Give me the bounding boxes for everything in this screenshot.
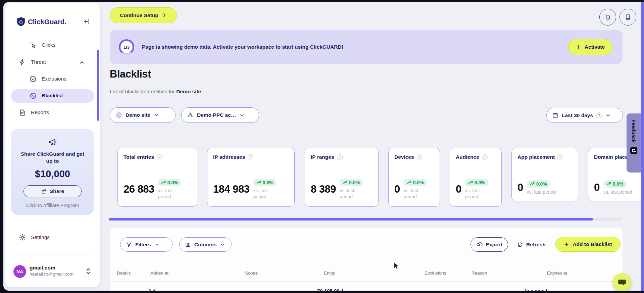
filters-label: Filters <box>135 242 151 248</box>
ppc-account-selector[interactable]: Demo PPC ac… <box>181 107 259 123</box>
columns-icon <box>185 242 191 248</box>
sidebar-item-blacklist[interactable]: Blacklist <box>5 89 100 103</box>
collapse-sidebar-icon[interactable] <box>84 18 90 25</box>
delta-badge: 0.0% <box>158 179 181 186</box>
help-icon[interactable] <box>557 154 563 160</box>
cards-scrollbar-track[interactable] <box>109 218 623 221</box>
column-header-details[interactable]: Details <box>117 271 131 276</box>
cell-added-at: 3 d <box>148 288 155 291</box>
delta-badge: 0.0% <box>527 180 550 188</box>
demo-data-banner: 1/3 Page is showing demo data. Activate … <box>110 30 623 64</box>
delta-badge: 0.0% <box>603 180 627 188</box>
compare-label: vs. last period <box>465 188 486 200</box>
clickguard-shield-icon: G <box>17 17 25 27</box>
refresh-label: Refresh <box>526 242 546 248</box>
compare-label: vs. last period <box>603 189 632 195</box>
notifications-button[interactable] <box>599 9 616 26</box>
column-header-expires-at[interactable]: Expires at <box>547 271 567 276</box>
banner-message: Page is showing demo data. Activate your… <box>142 30 343 64</box>
page-subtitle-entity: Demo site <box>176 89 201 94</box>
stat-value: 0 <box>456 183 461 195</box>
stat-card-audience: Audience 0 0.0% vs. last period <box>450 148 502 207</box>
sidebar-item-settings[interactable]: Settings <box>19 234 50 241</box>
sidebar-item-label: Reports <box>31 109 49 115</box>
delta-value: 0.0% <box>349 180 360 185</box>
feedback-label: Feedback <box>631 119 637 143</box>
delta-badge: 0.0% <box>465 179 488 186</box>
app-window: G ClickGuard. Clicks Threat <box>3 2 644 291</box>
compare-label: vs. last period <box>404 188 425 200</box>
sidebar-item-threat[interactable]: Threat <box>5 56 100 69</box>
promo-amount: $10,000 <box>11 168 94 180</box>
page-scrollbar[interactable] <box>641 2 644 291</box>
megaphone-icon <box>11 138 94 146</box>
globe-icon <box>115 112 122 118</box>
continue-setup-label: Continue Setup <box>120 12 158 18</box>
help-icon[interactable] <box>157 154 162 160</box>
filters-button[interactable]: Filters <box>120 237 172 252</box>
cards-scrollbar-thumb[interactable] <box>109 218 593 221</box>
chevron-down-icon <box>220 242 225 247</box>
column-header-reason[interactable]: Reason <box>472 271 487 276</box>
delta-value: 0.0% <box>613 181 624 187</box>
google-ads-icon <box>187 112 194 118</box>
stat-label: IP ranges <box>311 154 334 160</box>
columns-button[interactable]: Columns <box>179 237 232 252</box>
svg-text:G: G <box>19 19 22 25</box>
share-button[interactable]: Share <box>23 185 82 197</box>
refresh-button[interactable]: Refresh <box>517 237 546 252</box>
column-header-scope[interactable]: Scope <box>245 271 258 276</box>
stat-card-ip-addresses: IP addresses 184 983 0.0% vs. last perio… <box>207 148 295 207</box>
chevron-down-icon <box>239 112 245 118</box>
affiliate-promo-card[interactable]: Share ClickGuard and get up to $10,000 S… <box>11 129 94 215</box>
site-selector[interactable]: Demo site <box>110 107 176 123</box>
bell-icon <box>604 14 611 21</box>
logo: G ClickGuard. <box>17 17 66 27</box>
column-header-exclusions[interactable]: Exclusions <box>425 271 446 276</box>
document-icon <box>19 109 26 116</box>
account-switcher-icon[interactable] <box>85 267 91 275</box>
stat-value: 8 389 <box>311 183 336 195</box>
chevron-up-icon[interactable] <box>79 59 85 65</box>
stat-value: 0 <box>517 182 523 194</box>
book-icon <box>625 14 631 20</box>
stat-label: IP addresses <box>213 154 245 160</box>
column-header-added-at[interactable]: Added at <box>150 271 168 276</box>
help-icon[interactable] <box>482 154 488 160</box>
stat-value: 0 <box>394 183 400 195</box>
continue-setup-button[interactable]: Continue Setup <box>110 7 177 23</box>
columns-label: Columns <box>194 242 216 248</box>
plus-icon <box>576 44 581 50</box>
sidebar-item-reports[interactable]: Reports <box>5 106 100 119</box>
help-icon[interactable] <box>337 154 343 160</box>
help-icon[interactable] <box>417 154 423 160</box>
external-link-icon <box>41 189 47 194</box>
docs-button[interactable] <box>620 9 636 26</box>
help-icon[interactable] <box>248 154 253 160</box>
sidebar-scrollbar[interactable] <box>97 50 99 121</box>
clickguard-mark-icon <box>630 147 638 154</box>
sidebar-item-clicks[interactable]: Clicks <box>5 39 100 52</box>
column-header-entity[interactable]: Entity <box>324 271 335 276</box>
lightning-icon <box>19 59 26 66</box>
logo-text: ClickGuard. <box>28 18 66 26</box>
cursor-click-icon <box>30 42 37 49</box>
chevron-down-icon <box>154 112 159 118</box>
add-to-blacklist-button[interactable]: Add to Blacklist <box>555 237 621 252</box>
divider <box>11 255 94 255</box>
export-button[interactable]: Export <box>470 237 508 252</box>
refresh-icon <box>517 242 523 248</box>
help-icon[interactable] <box>596 112 602 118</box>
date-range-selector[interactable]: Last 30 days <box>546 108 623 123</box>
gear-icon <box>19 234 26 241</box>
page-title: Blacklist <box>110 68 151 80</box>
activate-button[interactable]: Activate <box>568 39 612 55</box>
funnel-icon <box>126 242 132 248</box>
feedback-tab[interactable]: Feedback <box>627 113 641 173</box>
sidebar-item-exclusions[interactable]: Exclusions <box>5 72 100 86</box>
delta-value: 0.0% <box>536 181 547 187</box>
stat-value: 0 <box>594 182 600 194</box>
compare-label: vs. last period <box>340 188 360 200</box>
chat-launcher-button[interactable] <box>613 273 631 291</box>
avatar[interactable]: NA <box>13 265 26 278</box>
